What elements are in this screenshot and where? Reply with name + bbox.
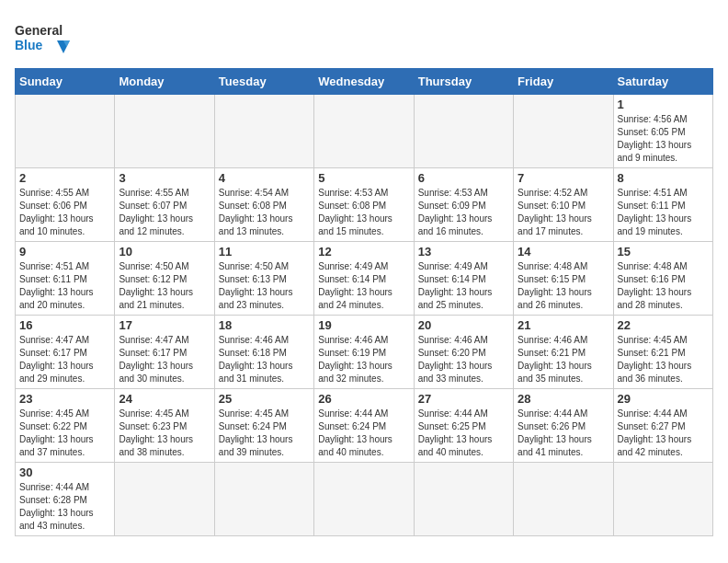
day-info: Sunrise: 4:53 AM Sunset: 6:09 PM Dayligh… bbox=[418, 187, 509, 238]
day-info: Sunrise: 4:50 AM Sunset: 6:13 PM Dayligh… bbox=[219, 260, 310, 312]
calendar-cell: 2Sunrise: 4:55 AM Sunset: 6:06 PM Daylig… bbox=[16, 168, 115, 242]
calendar-cell bbox=[16, 95, 115, 168]
day-info: Sunrise: 4:55 AM Sunset: 6:07 PM Dayligh… bbox=[119, 187, 210, 238]
day-info: Sunrise: 4:44 AM Sunset: 6:24 PM Dayligh… bbox=[318, 408, 409, 459]
day-info: Sunrise: 4:54 AM Sunset: 6:08 PM Dayligh… bbox=[219, 187, 310, 238]
calendar-cell: 19Sunrise: 4:46 AM Sunset: 6:19 PM Dayli… bbox=[314, 316, 414, 389]
day-number: 6 bbox=[418, 171, 509, 185]
day-number: 15 bbox=[618, 245, 709, 259]
day-number: 8 bbox=[618, 171, 709, 185]
page-header: General Blue bbox=[15, 15, 713, 61]
calendar-cell: 17Sunrise: 4:47 AM Sunset: 6:17 PM Dayli… bbox=[115, 316, 214, 389]
calendar-cell: 27Sunrise: 4:44 AM Sunset: 6:25 PM Dayli… bbox=[414, 389, 513, 463]
calendar-cell: 23Sunrise: 4:45 AM Sunset: 6:22 PM Dayli… bbox=[16, 389, 115, 463]
day-number: 11 bbox=[219, 245, 310, 259]
calendar-cell: 29Sunrise: 4:44 AM Sunset: 6:27 PM Dayli… bbox=[613, 389, 712, 463]
day-number: 22 bbox=[618, 318, 709, 332]
day-number: 2 bbox=[19, 171, 110, 185]
day-info: Sunrise: 4:53 AM Sunset: 6:08 PM Dayligh… bbox=[318, 187, 409, 238]
calendar-cell bbox=[214, 463, 313, 536]
day-header-thursday: Thursday bbox=[414, 69, 513, 95]
day-number: 20 bbox=[418, 318, 509, 332]
calendar-cell: 11Sunrise: 4:50 AM Sunset: 6:13 PM Dayli… bbox=[214, 242, 313, 316]
day-number: 30 bbox=[19, 465, 110, 479]
day-info: Sunrise: 4:51 AM Sunset: 6:11 PM Dayligh… bbox=[618, 187, 709, 238]
day-number: 21 bbox=[518, 318, 609, 332]
day-info: Sunrise: 4:44 AM Sunset: 6:27 PM Dayligh… bbox=[618, 408, 709, 459]
day-number: 17 bbox=[119, 318, 210, 332]
calendar-cell bbox=[214, 95, 313, 168]
calendar-cell: 4Sunrise: 4:54 AM Sunset: 6:08 PM Daylig… bbox=[214, 168, 313, 242]
calendar-cell bbox=[414, 95, 513, 168]
day-info: Sunrise: 4:50 AM Sunset: 6:12 PM Dayligh… bbox=[119, 260, 210, 312]
calendar-cell: 22Sunrise: 4:45 AM Sunset: 6:21 PM Dayli… bbox=[613, 316, 712, 389]
day-number: 19 bbox=[318, 318, 409, 332]
calendar-cell: 6Sunrise: 4:53 AM Sunset: 6:09 PM Daylig… bbox=[414, 168, 513, 242]
day-info: Sunrise: 4:45 AM Sunset: 6:22 PM Dayligh… bbox=[19, 408, 110, 459]
day-info: Sunrise: 4:46 AM Sunset: 6:20 PM Dayligh… bbox=[418, 334, 509, 385]
calendar-cell: 15Sunrise: 4:48 AM Sunset: 6:16 PM Dayli… bbox=[613, 242, 712, 316]
day-number: 4 bbox=[219, 171, 310, 185]
day-info: Sunrise: 4:51 AM Sunset: 6:11 PM Dayligh… bbox=[19, 260, 110, 312]
day-info: Sunrise: 4:47 AM Sunset: 6:17 PM Dayligh… bbox=[19, 334, 110, 385]
day-number: 1 bbox=[618, 98, 709, 111]
day-info: Sunrise: 4:56 AM Sunset: 6:05 PM Dayligh… bbox=[618, 113, 709, 165]
day-info: Sunrise: 4:45 AM Sunset: 6:24 PM Dayligh… bbox=[219, 408, 310, 459]
day-info: Sunrise: 4:45 AM Sunset: 6:23 PM Dayligh… bbox=[119, 408, 210, 459]
day-number: 9 bbox=[19, 245, 110, 259]
calendar-cell bbox=[414, 463, 513, 536]
calendar-cell: 21Sunrise: 4:46 AM Sunset: 6:21 PM Dayli… bbox=[514, 316, 613, 389]
calendar-cell bbox=[314, 463, 414, 536]
calendar-week-row: 2Sunrise: 4:55 AM Sunset: 6:06 PM Daylig… bbox=[16, 168, 713, 242]
calendar-week-row: 9Sunrise: 4:51 AM Sunset: 6:11 PM Daylig… bbox=[16, 242, 713, 316]
day-header-wednesday: Wednesday bbox=[314, 69, 414, 95]
day-info: Sunrise: 4:46 AM Sunset: 6:18 PM Dayligh… bbox=[219, 334, 310, 385]
day-header-monday: Monday bbox=[115, 69, 214, 95]
day-info: Sunrise: 4:46 AM Sunset: 6:21 PM Dayligh… bbox=[518, 334, 609, 385]
calendar-cell: 5Sunrise: 4:53 AM Sunset: 6:08 PM Daylig… bbox=[314, 168, 414, 242]
day-header-tuesday: Tuesday bbox=[214, 69, 313, 95]
logo: General Blue bbox=[15, 15, 79, 61]
day-header-sunday: Sunday bbox=[16, 69, 115, 95]
day-header-saturday: Saturday bbox=[613, 69, 712, 95]
logo-image: General Blue bbox=[15, 15, 79, 61]
day-info: Sunrise: 4:52 AM Sunset: 6:10 PM Dayligh… bbox=[518, 187, 609, 238]
calendar-week-row: 1Sunrise: 4:56 AM Sunset: 6:05 PM Daylig… bbox=[16, 95, 713, 168]
day-number: 23 bbox=[19, 392, 110, 406]
day-number: 25 bbox=[219, 392, 310, 406]
day-number: 24 bbox=[119, 392, 210, 406]
calendar-table: SundayMondayTuesdayWednesdayThursdayFrid… bbox=[15, 68, 713, 536]
day-number: 3 bbox=[119, 171, 210, 185]
calendar-cell: 8Sunrise: 4:51 AM Sunset: 6:11 PM Daylig… bbox=[613, 168, 712, 242]
calendar-cell: 26Sunrise: 4:44 AM Sunset: 6:24 PM Dayli… bbox=[314, 389, 414, 463]
day-number: 18 bbox=[219, 318, 310, 332]
calendar-cell: 20Sunrise: 4:46 AM Sunset: 6:20 PM Dayli… bbox=[414, 316, 513, 389]
calendar-cell: 3Sunrise: 4:55 AM Sunset: 6:07 PM Daylig… bbox=[115, 168, 214, 242]
day-info: Sunrise: 4:46 AM Sunset: 6:19 PM Dayligh… bbox=[318, 334, 409, 385]
day-number: 27 bbox=[418, 392, 509, 406]
day-info: Sunrise: 4:48 AM Sunset: 6:15 PM Dayligh… bbox=[518, 260, 609, 312]
calendar-week-row: 30Sunrise: 4:44 AM Sunset: 6:28 PM Dayli… bbox=[16, 463, 713, 536]
day-number: 16 bbox=[19, 318, 110, 332]
calendar-cell: 12Sunrise: 4:49 AM Sunset: 6:14 PM Dayli… bbox=[314, 242, 414, 316]
day-number: 5 bbox=[318, 171, 409, 185]
calendar-week-row: 23Sunrise: 4:45 AM Sunset: 6:22 PM Dayli… bbox=[16, 389, 713, 463]
day-info: Sunrise: 4:44 AM Sunset: 6:25 PM Dayligh… bbox=[418, 408, 509, 459]
day-number: 29 bbox=[618, 392, 709, 406]
calendar-cell bbox=[613, 463, 712, 536]
day-number: 26 bbox=[318, 392, 409, 406]
day-info: Sunrise: 4:45 AM Sunset: 6:21 PM Dayligh… bbox=[618, 334, 709, 385]
day-info: Sunrise: 4:44 AM Sunset: 6:28 PM Dayligh… bbox=[19, 481, 110, 533]
day-number: 12 bbox=[318, 245, 409, 259]
calendar-cell: 9Sunrise: 4:51 AM Sunset: 6:11 PM Daylig… bbox=[16, 242, 115, 316]
day-number: 10 bbox=[119, 245, 210, 259]
svg-text:General: General bbox=[15, 23, 63, 38]
calendar-cell: 28Sunrise: 4:44 AM Sunset: 6:26 PM Dayli… bbox=[514, 389, 613, 463]
calendar-cell bbox=[314, 95, 414, 168]
calendar-cell: 25Sunrise: 4:45 AM Sunset: 6:24 PM Dayli… bbox=[214, 389, 313, 463]
calendar-cell: 18Sunrise: 4:46 AM Sunset: 6:18 PM Dayli… bbox=[214, 316, 313, 389]
calendar-cell: 24Sunrise: 4:45 AM Sunset: 6:23 PM Dayli… bbox=[115, 389, 214, 463]
calendar-cell bbox=[514, 95, 613, 168]
day-info: Sunrise: 4:48 AM Sunset: 6:16 PM Dayligh… bbox=[618, 260, 709, 312]
calendar-cell: 30Sunrise: 4:44 AM Sunset: 6:28 PM Dayli… bbox=[16, 463, 115, 536]
